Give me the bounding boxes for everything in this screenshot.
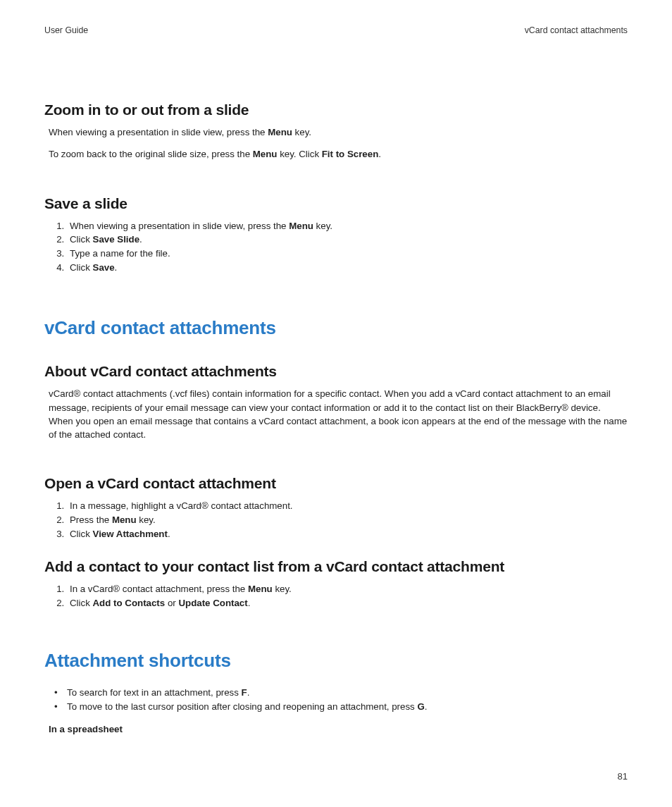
text: . [247,687,250,698]
text: Click [70,234,93,245]
text: key. [292,127,311,137]
text: When viewing a presentation in slide vie… [49,127,268,137]
bold-key-f: F [242,687,247,698]
text: key. [313,221,332,231]
list-item: Type a name for the file. [67,247,628,261]
heading-add-contact: Add a contact to your contact list from … [44,558,628,575]
bold-menu: Menu [289,221,313,231]
list-item: Press the Menu key. [67,513,628,527]
heading-save-slide: Save a slide [44,195,628,212]
list-item: In a vCard® contact attachment, press th… [67,582,628,596]
heading-open-vcard: Open a vCard contact attachment [44,475,628,492]
list-item: Click View Attachment. [67,527,628,541]
text: . [248,598,251,608]
add-contact-steps: In a vCard® contact attachment, press th… [49,582,628,610]
text: . [168,529,170,539]
text: or [165,598,178,608]
shortcuts-list: To search for text in an attachment, pre… [51,686,628,714]
page-number: 81 [618,771,628,782]
list-item: When viewing a presentation in slide vie… [67,219,628,233]
list-item: To search for text in an attachment, pre… [67,686,628,700]
text: When viewing a presentation in slide vie… [70,221,289,231]
bold-view-attachment: View Attachment [93,529,168,539]
text: To search for text in an attachment, pre… [67,687,242,698]
text: . [115,262,118,273]
list-item: Click Add to Contacts or Update Contact. [67,596,628,610]
text: Click [70,598,93,608]
text: Press the [70,515,112,525]
list-item: In a message, highlight a vCard® contact… [67,499,628,513]
open-vcard-steps: In a message, highlight a vCard® contact… [49,499,628,541]
bold-menu: Menu [248,584,273,594]
heading-attachment-shortcuts: Attachment shortcuts [44,650,628,672]
save-slide-steps: When viewing a presentation in slide vie… [49,219,628,276]
text: . [139,234,142,245]
header-left: User Guide [44,25,88,35]
text: key. [137,515,156,525]
bold-save-slide: Save Slide [93,234,140,245]
text: key. [273,584,292,594]
about-vcard-body: vCard® contact attachments (.vcf files) … [49,387,628,441]
text: . [425,701,428,712]
header-right: vCard contact attachments [525,25,628,35]
text: To zoom back to the original slide size,… [49,149,253,159]
text: Click [70,262,93,273]
heading-about-vcard: About vCard contact attachments [44,363,628,380]
document-page: User Guide vCard contact attachments Zoo… [0,0,672,807]
bold-save: Save [93,262,115,273]
bold-menu: Menu [253,149,278,159]
zoom-paragraph-2: To zoom back to the original slide size,… [49,147,628,161]
text: To move to the last cursor position afte… [67,701,417,712]
page-header: User Guide vCard contact attachments [44,25,628,35]
bold-update-contact: Update Contact [178,598,247,608]
text: key. Click [277,149,321,159]
bold-fit-to-screen: Fit to Screen [322,149,379,159]
text: Click [70,529,93,539]
list-item: To move to the last cursor position afte… [67,700,628,714]
list-item: Click Save. [67,261,628,275]
bold-menu: Menu [268,127,292,137]
list-item: Click Save Slide. [67,233,628,247]
zoom-paragraph-1: When viewing a presentation in slide vie… [49,125,628,139]
text: . [378,149,381,159]
text: In a vCard® contact attachment, press th… [70,584,248,594]
subheading-in-spreadsheet: In a spreadsheet [49,724,628,734]
bold-add-to-contacts: Add to Contacts [93,598,166,608]
bold-menu: Menu [112,515,137,525]
bold-key-g: G [417,701,424,712]
heading-vcard-major: vCard contact attachments [44,317,628,339]
heading-zoom: Zoom in to or out from a slide [44,101,628,118]
